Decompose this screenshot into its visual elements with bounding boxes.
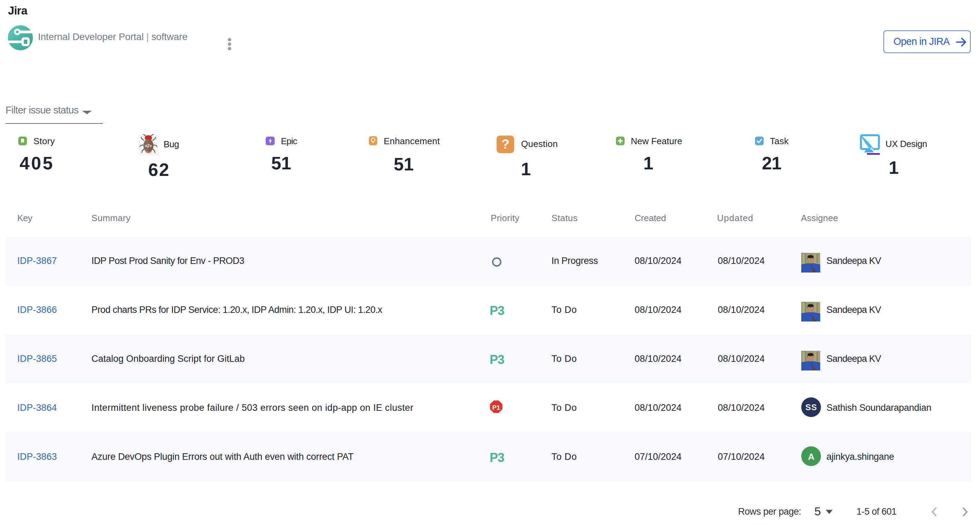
svg-text:?: ? xyxy=(501,137,509,151)
svg-text:</>: </> xyxy=(145,143,152,149)
